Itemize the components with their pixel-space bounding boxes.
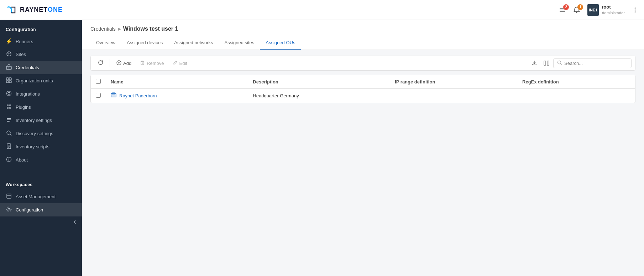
table-row: Raynet Paderborn Headquarter Germany bbox=[91, 89, 635, 103]
svg-rect-52 bbox=[112, 93, 115, 94]
row-name[interactable]: Raynet Paderborn bbox=[119, 93, 157, 98]
user-name: root bbox=[602, 4, 625, 10]
bell-icon-button[interactable]: 1 bbox=[573, 6, 580, 14]
search-input[interactable] bbox=[564, 61, 628, 66]
remove-label: Remove bbox=[147, 61, 164, 66]
runners-icon: ⚡ bbox=[6, 38, 12, 45]
svg-rect-25 bbox=[7, 119, 11, 120]
bell-badge: 1 bbox=[577, 4, 583, 10]
tab-assigned-networks[interactable]: Assigned networks bbox=[168, 36, 219, 50]
svg-point-5 bbox=[576, 12, 577, 13]
sidebar-item-sites[interactable]: Sites bbox=[0, 48, 82, 61]
tabs: Overview Assigned devices Assigned netwo… bbox=[90, 36, 635, 50]
user-menu[interactable]: INE1 root Administrator bbox=[587, 4, 625, 16]
logo-icon bbox=[6, 4, 17, 16]
svg-rect-17 bbox=[9, 81, 11, 83]
user-name-block: root Administrator bbox=[602, 4, 625, 15]
asset-management-icon bbox=[6, 193, 12, 200]
refresh-button[interactable] bbox=[94, 58, 107, 68]
breadcrumb-parent[interactable]: Credentials bbox=[90, 26, 116, 32]
tab-assigned-sites[interactable]: Assigned sites bbox=[219, 36, 260, 50]
sidebar-section-configuration: Configuration bbox=[0, 20, 82, 35]
sidebar-item-inventory-settings[interactable]: Inventory settings bbox=[0, 114, 82, 127]
row-ip-range-cell bbox=[390, 89, 517, 103]
svg-rect-20 bbox=[7, 104, 9, 106]
sidebar-item-label: Configuration bbox=[16, 207, 43, 213]
sidebar-item-credentials[interactable]: Credentials bbox=[0, 61, 82, 74]
list-icon-button[interactable]: 2 bbox=[559, 6, 566, 14]
discovery-settings-icon bbox=[6, 130, 12, 137]
tab-overview[interactable]: Overview bbox=[90, 36, 121, 50]
svg-rect-42 bbox=[141, 62, 144, 65]
sites-icon bbox=[6, 51, 12, 58]
content-area: Add Remove Edit bbox=[82, 50, 644, 276]
row-description-cell: Headquarter Germany bbox=[248, 89, 390, 103]
download-button[interactable] bbox=[529, 58, 540, 68]
tab-assigned-ous[interactable]: Assigned OUs bbox=[260, 36, 301, 50]
sidebar-item-label: Inventory settings bbox=[16, 118, 52, 123]
sidebar-item-configuration-ws[interactable]: Configuration bbox=[0, 203, 82, 216]
row-name-cell: Raynet Paderborn bbox=[106, 89, 248, 103]
svg-rect-47 bbox=[547, 61, 549, 65]
svg-rect-46 bbox=[544, 61, 546, 65]
avatar: INE1 bbox=[587, 4, 599, 16]
sidebar-item-discovery-settings[interactable]: Discovery settings bbox=[0, 127, 82, 140]
select-all-checkbox[interactable] bbox=[96, 79, 101, 84]
sidebar-item-about[interactable]: About bbox=[0, 153, 82, 167]
row-regex-cell bbox=[517, 89, 635, 103]
sidebar-item-label: Discovery settings bbox=[16, 131, 53, 136]
topbar: RAYNETONE 2 1 INE1 root Administrator bbox=[0, 0, 644, 20]
add-icon bbox=[116, 60, 121, 66]
breadcrumb: Credentials ▶ Windows test user 1 bbox=[90, 26, 635, 32]
sidebar-item-label: Asset Management bbox=[16, 194, 56, 199]
main-header: Credentials ▶ Windows test user 1 Overvi… bbox=[82, 20, 644, 50]
table-header-row: Name Description IP range definition Reg… bbox=[91, 75, 635, 89]
sidebar-collapse-button[interactable] bbox=[0, 216, 82, 228]
main-content: Credentials ▶ Windows test user 1 Overvi… bbox=[82, 20, 644, 276]
col-header-description: Description bbox=[248, 75, 390, 89]
remove-button[interactable]: Remove bbox=[136, 58, 167, 68]
sidebar-item-inventory-scripts[interactable]: Inventory scripts bbox=[0, 140, 82, 153]
inventory-scripts-icon bbox=[6, 143, 12, 150]
svg-rect-3 bbox=[560, 11, 565, 12]
search-box[interactable] bbox=[553, 58, 632, 68]
tab-assigned-devices[interactable]: Assigned devices bbox=[121, 36, 168, 50]
configuration-ws-icon bbox=[6, 206, 12, 213]
svg-rect-24 bbox=[7, 118, 11, 119]
sidebar-item-integrations[interactable]: Integrations bbox=[0, 87, 82, 101]
svg-point-8 bbox=[635, 11, 636, 12]
svg-rect-36 bbox=[7, 194, 11, 198]
sidebar-item-runners[interactable]: ⚡ Runners bbox=[0, 35, 82, 48]
svg-point-19 bbox=[7, 91, 11, 96]
sidebar-item-plugins[interactable]: Plugins bbox=[0, 101, 82, 114]
app-logo: RAYNETONE bbox=[6, 4, 559, 16]
table-container: Name Description IP range definition Reg… bbox=[90, 75, 635, 103]
breadcrumb-current: Windows test user 1 bbox=[123, 26, 178, 32]
svg-point-7 bbox=[635, 9, 636, 10]
svg-rect-14 bbox=[6, 78, 9, 80]
svg-rect-22 bbox=[7, 107, 9, 109]
add-button[interactable]: Add bbox=[113, 58, 135, 68]
credentials-icon bbox=[6, 64, 12, 71]
sidebar-item-label: About bbox=[16, 157, 28, 163]
layout: Configuration ⚡ Runners Sites Credential… bbox=[0, 20, 644, 276]
sidebar-item-organization-units[interactable]: Organization units bbox=[0, 74, 82, 87]
svg-point-27 bbox=[7, 131, 10, 134]
sidebar-item-label: Runners bbox=[16, 39, 33, 44]
sidebar-item-label: Organization units bbox=[16, 78, 53, 83]
columns-button[interactable] bbox=[541, 58, 552, 68]
more-menu-button[interactable] bbox=[632, 7, 638, 13]
svg-line-28 bbox=[10, 134, 11, 136]
edit-button[interactable]: Edit bbox=[169, 58, 191, 68]
row-checkbox[interactable] bbox=[96, 93, 101, 98]
sidebar: Configuration ⚡ Runners Sites Credential… bbox=[0, 20, 82, 276]
list-badge: 2 bbox=[563, 4, 569, 10]
sidebar-item-asset-management[interactable]: Asset Management bbox=[0, 190, 82, 203]
inventory-settings-icon bbox=[6, 117, 12, 124]
svg-rect-21 bbox=[9, 104, 11, 106]
plugins-icon bbox=[6, 104, 12, 111]
toolbar-divider-1 bbox=[110, 59, 110, 67]
svg-rect-15 bbox=[9, 78, 11, 80]
svg-rect-23 bbox=[9, 107, 11, 109]
search-icon bbox=[557, 60, 562, 66]
